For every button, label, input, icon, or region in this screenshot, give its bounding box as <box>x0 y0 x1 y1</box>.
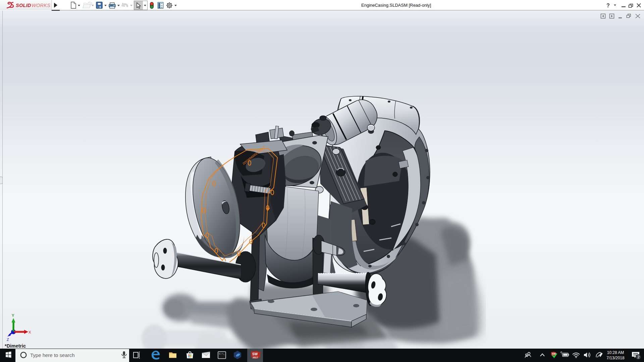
svg-text:SOLID: SOLID <box>16 3 31 8</box>
svg-text:2: 2 <box>638 355 640 359</box>
svg-text:C:\_: C:\_ <box>219 353 225 355</box>
svg-text:Y: Y <box>12 313 14 317</box>
svg-text:WORKS: WORKS <box>32 3 50 8</box>
svg-text:Z: Z <box>7 338 9 342</box>
svg-text:SW: SW <box>252 352 258 356</box>
svg-text:2017: 2017 <box>253 356 258 359</box>
svg-text:?: ? <box>606 3 610 8</box>
svg-text:X: X <box>29 330 31 334</box>
